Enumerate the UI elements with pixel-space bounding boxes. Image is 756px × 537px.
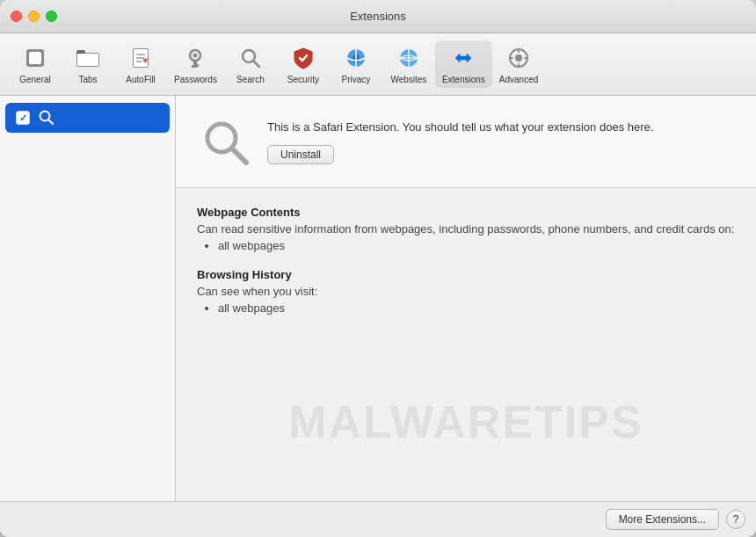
- toolbar-item-security[interactable]: Security: [277, 40, 330, 88]
- minimize-button[interactable]: [28, 11, 40, 22]
- extension-description: This is a Safari Extension. You should t…: [267, 119, 735, 136]
- checkmark-icon: ✓: [19, 112, 27, 124]
- toolbar: General Tabs: [0, 33, 756, 96]
- uninstall-button[interactable]: Uninstall: [267, 145, 334, 164]
- privacy-icon: [342, 44, 370, 72]
- toolbar-item-search[interactable]: Search: [224, 40, 277, 88]
- privacy-label: Privacy: [342, 75, 371, 84]
- search-label: Search: [236, 75, 265, 84]
- extension-details: This is a Safari Extension. You should t…: [267, 119, 735, 164]
- general-icon: [21, 44, 49, 72]
- toolbar-item-extensions[interactable]: Extensions: [435, 40, 492, 88]
- extensions-label: Extensions: [442, 75, 485, 84]
- extension-info-section: This is a Safari Extension. You should t…: [176, 96, 756, 188]
- webpage-contents-title: Webpage Contents: [197, 206, 735, 219]
- svg-rect-27: [524, 57, 527, 59]
- advanced-label: Advanced: [499, 75, 538, 84]
- webpage-contents-section: Webpage Contents Can read sensitive info…: [197, 206, 735, 252]
- svg-rect-4: [77, 54, 98, 66]
- window-title: Extensions: [350, 10, 406, 23]
- extension-large-icon: [197, 113, 253, 170]
- close-button[interactable]: [11, 11, 22, 22]
- more-extensions-button[interactable]: More Extensions...: [606, 509, 719, 530]
- svg-rect-11: [193, 61, 197, 68]
- security-label: Security: [287, 75, 319, 84]
- svg-point-23: [515, 54, 522, 62]
- toolbar-item-general[interactable]: General: [9, 40, 62, 88]
- svg-rect-13: [192, 65, 194, 68]
- bottom-bar: More Extensions... ?: [0, 501, 756, 537]
- browsing-history-desc: Can see when you visit:: [197, 285, 735, 298]
- svg-point-12: [193, 54, 198, 58]
- browsing-history-list: all webpages: [197, 301, 735, 315]
- permissions-section: Webpage Contents Can read sensitive info…: [176, 188, 756, 501]
- search-icon: [236, 44, 265, 72]
- tabs-label: Tabs: [78, 75, 97, 84]
- svg-rect-1: [29, 52, 41, 64]
- titlebar: Extensions: [0, 0, 756, 33]
- extensions-sidebar: ✓: [0, 96, 176, 501]
- toolbar-item-tabs[interactable]: Tabs: [62, 40, 114, 88]
- toolbar-item-autofill[interactable]: AutoFill: [114, 40, 167, 88]
- toolbar-item-passwords[interactable]: Passwords: [167, 40, 224, 88]
- security-icon: [289, 44, 317, 72]
- safari-preferences-window: Extensions General Tabs: [0, 0, 756, 537]
- svg-rect-25: [518, 63, 520, 67]
- list-item: all webpages: [218, 239, 735, 252]
- browsing-history-section: Browsing History Can see when you visit:…: [197, 268, 735, 315]
- extension-enabled-checkbox[interactable]: ✓: [16, 111, 30, 125]
- svg-rect-14: [197, 64, 200, 67]
- svg-rect-24: [518, 49, 520, 53]
- svg-line-29: [49, 120, 54, 125]
- svg-line-31: [232, 149, 246, 163]
- autofill-label: AutoFill: [126, 75, 155, 84]
- webpage-contents-desc: Can read sensitive information from webp…: [197, 222, 735, 236]
- sidebar-item-search[interactable]: ✓: [5, 103, 170, 133]
- extension-search-icon: [37, 108, 56, 127]
- advanced-icon: [505, 44, 533, 72]
- websites-label: Websites: [390, 75, 426, 84]
- passwords-label: Passwords: [174, 75, 217, 84]
- help-button[interactable]: ?: [726, 510, 745, 529]
- tabs-icon: [74, 44, 102, 72]
- svg-line-16: [253, 62, 259, 68]
- traffic-lights: [11, 11, 57, 22]
- content-area: ✓ MALWARETIPS: [0, 96, 756, 501]
- list-item: all webpages: [218, 301, 735, 315]
- toolbar-item-websites[interactable]: Websites: [382, 40, 435, 88]
- autofill-icon: [127, 44, 155, 72]
- websites-icon: [395, 44, 423, 72]
- toolbar-item-advanced[interactable]: Advanced: [492, 40, 545, 88]
- svg-rect-26: [510, 57, 513, 59]
- extension-detail-panel: MALWARETIPS This is a Safari Extension. …: [176, 96, 756, 501]
- extensions-icon: [449, 44, 477, 72]
- general-label: General: [19, 75, 51, 84]
- webpage-contents-list: all webpages: [197, 239, 735, 252]
- maximize-button[interactable]: [46, 11, 57, 22]
- toolbar-item-privacy[interactable]: Privacy: [330, 40, 382, 88]
- browsing-history-title: Browsing History: [197, 268, 735, 281]
- passwords-icon: [181, 44, 209, 72]
